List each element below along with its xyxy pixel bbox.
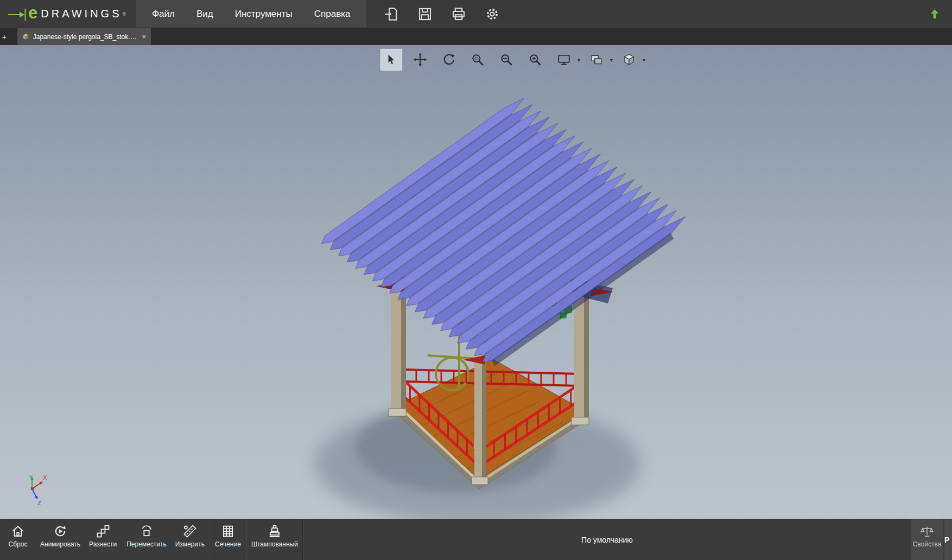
triad-y-label: Y	[29, 474, 33, 480]
open-file-button[interactable]	[382, 4, 401, 24]
assembly-cube-icon	[22, 33, 29, 41]
menu-bar: Файл Вид Инструменты Справка	[136, 0, 366, 28]
section-icon	[220, 523, 236, 539]
logo-e: e	[28, 3, 37, 23]
roof-slats	[322, 98, 686, 362]
document-tabbar: + Japanese-style pergola_SB_stok.SLDASM …	[0, 28, 952, 45]
view-mode-button[interactable]	[553, 48, 575, 71]
zoom-fit-tool-button[interactable]	[495, 48, 518, 71]
reset-button[interactable]: Сброс	[0, 519, 36, 560]
measure-icon	[182, 523, 198, 539]
properties-scales-icon	[920, 523, 934, 539]
view-toolbar: ▾ ▾ ▾	[380, 48, 644, 71]
bottom-toolbar: Сброс Анимировать Разнести Перем	[0, 519, 952, 560]
move-button[interactable]: Переместить	[122, 519, 171, 560]
menu-help[interactable]: Справка	[303, 0, 361, 28]
animate-icon	[53, 523, 68, 539]
orientation-caret[interactable]: ▾	[643, 57, 645, 63]
print-icon	[450, 6, 467, 22]
zoom-tool-button[interactable]	[524, 48, 547, 71]
zoom-plus-icon	[528, 53, 542, 67]
menu-tools[interactable]: Инструменты	[224, 0, 303, 28]
green-up-arrow-icon	[928, 8, 941, 21]
render-mode-icon	[589, 53, 604, 67]
zoom-window-tool-button[interactable]	[466, 48, 489, 71]
application-topbar: e DRAWINGS ® Файл Вид Инструменты Справк…	[0, 0, 952, 28]
save-button[interactable]	[415, 4, 435, 24]
stamp-button[interactable]: Штампованный	[247, 519, 302, 560]
section-button[interactable]: Сечение	[210, 519, 246, 560]
orientation-cube-icon	[622, 53, 636, 67]
explode-button[interactable]: Разнести	[85, 519, 121, 560]
save-icon	[417, 6, 433, 22]
menu-file[interactable]: Файл	[141, 0, 186, 28]
pergola-model: Y X Z	[0, 45, 952, 519]
logo-reg: ®	[123, 11, 126, 17]
configuration-status: По умолчанию	[303, 519, 911, 560]
select-tool-button[interactable]	[380, 48, 403, 71]
settings-gear-icon	[484, 6, 500, 22]
logo-arrow-icon	[8, 6, 27, 22]
explode-icon	[96, 523, 111, 539]
measure-button[interactable]: Измерить	[171, 519, 209, 560]
rotate-icon	[442, 53, 456, 67]
open-file-icon	[383, 6, 399, 22]
settings-button[interactable]	[483, 4, 502, 24]
new-tab-button[interactable]: +	[0, 28, 9, 45]
tab-label: Japanese-style pergola_SB_stok.SLDASM	[33, 33, 138, 41]
triad-x-label: X	[43, 474, 47, 481]
pan-tool-button[interactable]	[409, 48, 431, 71]
move-component-icon	[139, 523, 154, 539]
monitor-icon	[557, 53, 571, 67]
menu-view[interactable]: Вид	[186, 0, 224, 28]
viewport-3d[interactable]: Y X Z	[0, 45, 952, 519]
orientation-triad: Y X Z	[29, 474, 47, 506]
print-button[interactable]	[449, 4, 468, 24]
quick-toolbar	[382, 0, 502, 28]
triad-z-label: Z	[37, 500, 41, 506]
collapse-ui-button[interactable]	[925, 4, 944, 24]
cursor-arrow-icon	[384, 53, 398, 67]
stamp-icon	[267, 523, 282, 539]
zoom-fit-icon	[499, 53, 513, 67]
animate-button[interactable]: Анимировать	[36, 519, 85, 560]
rotate-tool-button[interactable]	[437, 48, 460, 71]
view-mode-caret[interactable]: ▾	[577, 57, 580, 63]
properties-button[interactable]: Свойства	[911, 519, 943, 560]
edrawings-logo: e DRAWINGS ®	[0, 0, 136, 28]
logo-word: DRAWINGS	[41, 8, 122, 20]
document-tab[interactable]: Japanese-style pergola_SB_stok.SLDASM ×	[17, 28, 151, 45]
pan-arrows-icon	[413, 53, 427, 67]
zoom-window-icon	[471, 53, 485, 67]
render-mode-caret[interactable]: ▾	[610, 57, 613, 63]
home-icon	[10, 523, 26, 539]
tab-close-icon[interactable]: ×	[142, 33, 146, 40]
render-mode-button[interactable]	[585, 48, 608, 71]
cutoff-panel-button[interactable]: Р	[943, 519, 952, 560]
orientation-button[interactable]	[618, 48, 640, 71]
